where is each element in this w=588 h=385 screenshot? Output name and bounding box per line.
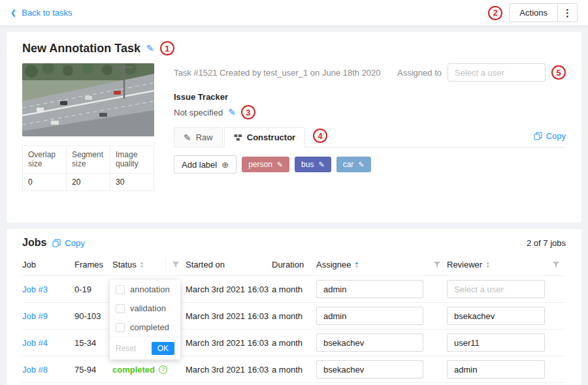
annotation-circle-5: 5 — [551, 65, 566, 80]
job-assignee-input[interactable] — [316, 307, 423, 325]
task-details-card: New Annotation Task ✎ 1 — [7, 32, 581, 223]
param-value-segment: 20 — [67, 174, 110, 191]
param-header-segment: Segment size — [67, 146, 110, 174]
labels-constructor-panel: Add label ⊕ person ✎ bus ✎ car ✎ — [174, 147, 566, 174]
job-row: Job #8 75-94 completed ? March 3rd 2021 … — [22, 356, 566, 383]
sort-carets-icon[interactable]: ▲▼ — [140, 261, 144, 269]
back-to-tasks-link[interactable]: ❮ Back to tasks — [10, 8, 73, 18]
status-filter-icon[interactable] — [165, 258, 186, 271]
actions-button[interactable]: Actions — [509, 3, 558, 22]
annotation-circle-3: 3 — [241, 105, 255, 119]
filter-ok-button[interactable]: OK — [152, 342, 174, 355]
jobs-table-header: Job Frames Status ▲▼ Started on Duration… — [22, 254, 566, 276]
topbar-actions-area: 2 Actions ⋮ — [488, 3, 578, 22]
checkbox-icon[interactable] — [116, 285, 125, 294]
job-reviewer-input[interactable] — [447, 333, 545, 352]
job-row: Job #3 0-19 March 3rd 2021 16:03 a month — [22, 276, 566, 303]
labels-tabs-bar: ✎ Raw Constructor 4 Copy — [174, 127, 566, 147]
job-duration: a month — [272, 311, 316, 321]
job-started: March 3rd 2021 16:03 — [186, 365, 272, 375]
filter-option-label: completed — [130, 322, 169, 332]
column-reviewer[interactable]: Reviewer ▲▼ — [447, 254, 566, 275]
job-link[interactable]: Job #3 — [22, 285, 48, 294]
edit-issue-tracker-icon[interactable]: ✎ — [228, 108, 236, 117]
column-frames: Frames — [74, 254, 112, 275]
assignee-filter-icon[interactable] — [427, 258, 447, 271]
job-frames: 75-94 — [74, 365, 112, 375]
copy-labels-label: Copy — [546, 131, 566, 141]
vertical-dots-icon: ⋮ — [563, 7, 572, 19]
filter-reset-button[interactable]: Reset — [116, 344, 136, 353]
filter-option-validation[interactable]: validation — [110, 299, 180, 318]
pencil-icon: ✎ — [184, 133, 191, 142]
label-chip-bus-name: bus — [301, 160, 314, 169]
label-chip-person-name: person — [248, 160, 272, 169]
reviewer-filter-icon[interactable] — [546, 258, 566, 271]
checkbox-icon[interactable] — [116, 323, 125, 332]
checkbox-icon[interactable] — [116, 304, 125, 313]
annotation-circle-1: 1 — [160, 41, 174, 55]
job-reviewer-input[interactable] — [447, 307, 545, 325]
edit-label-icon[interactable]: ✎ — [318, 161, 324, 168]
task-left-column: Overlap size Segment size Image quality … — [22, 63, 154, 191]
job-started: March 3rd 2021 16:03 — [186, 285, 272, 294]
param-header-quality: Image quality — [110, 146, 154, 174]
task-right-column: Task #1521 Created by test_user_1 on Jun… — [174, 63, 566, 191]
column-duration: Duration — [272, 254, 316, 275]
label-chip-bus[interactable]: bus ✎ — [295, 157, 331, 172]
back-to-tasks-label: Back to tasks — [22, 8, 72, 18]
filter-option-completed[interactable]: completed — [110, 318, 180, 337]
plus-circle-icon: ⊕ — [221, 160, 229, 170]
job-duration: a month — [272, 365, 316, 375]
job-frames: 90-103 — [74, 311, 112, 321]
edit-title-icon[interactable]: ✎ — [146, 44, 154, 53]
job-reviewer-input[interactable] — [447, 360, 545, 378]
job-link[interactable]: Job #4 — [22, 338, 48, 348]
job-started: March 3rd 2021 16:03 — [186, 338, 272, 348]
job-link[interactable]: Job #9 — [22, 311, 48, 321]
sort-carets-icon[interactable]: ▲▼ — [354, 261, 359, 269]
label-chip-person[interactable]: person ✎ — [242, 157, 289, 172]
job-row: Job #9 90-103 March 3rd 2021 16:03 a mon… — [22, 303, 566, 330]
question-circle-icon[interactable]: ? — [159, 365, 167, 374]
more-menu-button[interactable]: ⋮ — [558, 3, 578, 22]
job-status: completed ? — [112, 365, 186, 375]
annotation-circle-2: 2 — [488, 6, 502, 20]
filter-option-annotation[interactable]: annotation — [110, 280, 180, 299]
copy-labels-link[interactable]: Copy — [534, 131, 566, 141]
job-started: March 3rd 2021 16:03 — [186, 311, 272, 321]
job-assignee-input[interactable] — [316, 360, 423, 378]
column-assignee[interactable]: Assignee ▲▼ — [316, 254, 447, 275]
job-assignee-input[interactable] — [316, 280, 423, 298]
tab-raw[interactable]: ✎ Raw — [174, 127, 223, 147]
column-started-on: Started on — [186, 254, 272, 275]
annotation-circle-4: 4 — [313, 129, 327, 143]
constructor-blocks-icon — [234, 134, 242, 142]
actions-button-group: Actions ⋮ — [509, 3, 578, 22]
tab-constructor-label: Constructor — [247, 132, 295, 142]
job-frames: 15-34 — [74, 338, 112, 348]
copy-jobs-link[interactable]: Copy — [52, 238, 84, 248]
tab-constructor[interactable]: Constructor — [224, 127, 305, 147]
edit-label-icon[interactable]: ✎ — [277, 161, 283, 168]
assigned-to-label: Assigned to — [397, 68, 442, 78]
label-chip-car[interactable]: car ✎ — [336, 157, 371, 172]
edit-label-icon[interactable]: ✎ — [358, 161, 364, 168]
copy-icon — [52, 239, 61, 247]
job-reviewer-input[interactable] — [447, 280, 545, 298]
filter-option-label: validation — [130, 303, 166, 313]
task-assignee-input[interactable] — [448, 63, 546, 82]
sort-carets-icon[interactable]: ▲▼ — [485, 261, 490, 269]
job-assignee-input[interactable] — [316, 333, 423, 352]
top-bar: ❮ Back to tasks 2 Actions ⋮ — [0, 0, 588, 25]
add-label-text: Add label — [182, 160, 217, 170]
tab-raw-label: Raw — [196, 132, 213, 142]
copy-jobs-label: Copy — [65, 238, 84, 248]
job-row: Job #4 15-34 March 3rd 2021 16:03 a mont… — [22, 330, 566, 356]
column-job: Job — [22, 254, 74, 275]
add-label-button[interactable]: Add label ⊕ — [174, 155, 237, 174]
column-status[interactable]: Status ▲▼ — [112, 254, 186, 275]
job-link[interactable]: Job #8 — [22, 365, 48, 375]
filter-option-label: annotation — [130, 285, 170, 294]
assigned-to-group: Assigned to 5 — [397, 63, 566, 82]
